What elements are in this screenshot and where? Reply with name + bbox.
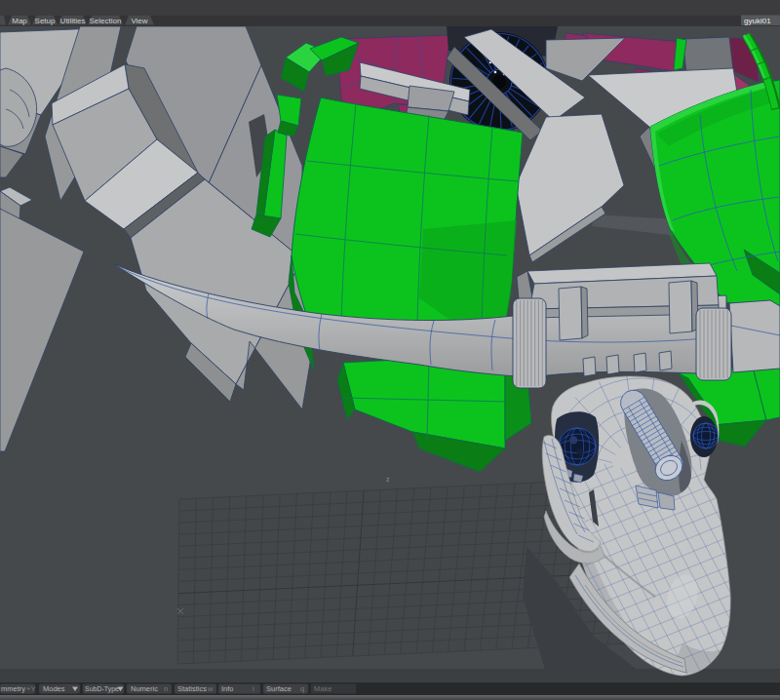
- svg-text:Map: Map: [12, 17, 27, 25]
- svg-text:Setup: Setup: [35, 17, 56, 25]
- svg-text:Statistics: Statistics: [177, 684, 207, 693]
- svg-text:Make: Make: [314, 684, 332, 693]
- svg-text:Selection: Selection: [90, 17, 122, 25]
- svg-text:Utilities: Utilities: [60, 17, 86, 25]
- svg-text:Surface: Surface: [266, 684, 292, 693]
- svg-text:View: View: [131, 17, 147, 25]
- svg-text:z: z: [386, 476, 390, 483]
- svg-text:n: n: [164, 684, 168, 693]
- svg-text:SubD-Type: SubD-Type: [85, 685, 119, 693]
- svg-text:Numeric: Numeric: [131, 684, 158, 693]
- svg-text:w: w: [207, 684, 214, 693]
- svg-text:Info: Info: [221, 684, 234, 693]
- svg-text:q: q: [300, 684, 304, 693]
- svg-text:+Y: +Y: [26, 684, 35, 693]
- svg-text:Modes: Modes: [43, 684, 65, 693]
- svg-text:mmetry: mmetry: [1, 684, 25, 693]
- svg-text:gyuki01: gyuki01: [744, 17, 771, 25]
